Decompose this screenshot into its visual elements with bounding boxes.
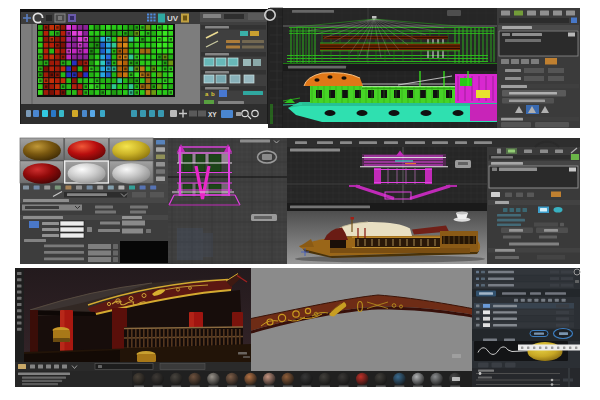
svg-text:b: b bbox=[211, 91, 215, 97]
svg-text:UV: UV bbox=[167, 14, 179, 23]
svg-text:XY: XY bbox=[208, 111, 217, 118]
